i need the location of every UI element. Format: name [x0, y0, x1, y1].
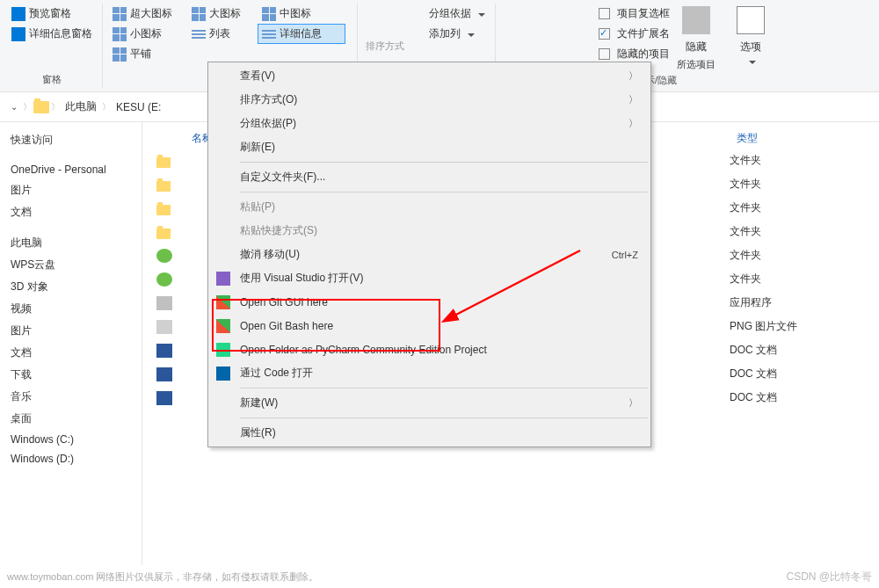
layout-list[interactable]: 列表: [187, 24, 258, 44]
add-columns-button[interactable]: 添加列: [407, 24, 490, 44]
file-row[interactable]: [156, 362, 172, 386]
breadcrumb-this-pc[interactable]: 此电脑: [62, 99, 100, 114]
group-by-icon: [411, 7, 425, 21]
nav-3d-objects[interactable]: 3D 对象: [0, 276, 142, 298]
options-button[interactable]: 选项: [729, 4, 773, 68]
file-row[interactable]: [156, 315, 172, 338]
details-icon: [262, 27, 276, 41]
watermark-text: www.toymoban.com 网络图片仅供展示，非存储，如有侵权请联系删除。: [7, 570, 318, 584]
ctx-group[interactable]: 分组依据(P)〉: [210, 112, 649, 135]
ctx-properties[interactable]: 属性(R): [210, 421, 649, 445]
layout-small[interactable]: 小图标: [108, 24, 187, 44]
nav-wps-cloud[interactable]: WPS云盘: [0, 254, 142, 276]
preview-pane-icon: [11, 7, 25, 21]
visual-studio-icon: [216, 272, 230, 286]
nav-pictures[interactable]: 图片: [0, 179, 142, 201]
csdn-attribution: CSDN @比特冬哥: [786, 570, 872, 584]
type-cell: DOC 文档: [730, 362, 797, 386]
details-pane-button[interactable]: 详细信息窗格: [7, 24, 97, 44]
submenu-arrow-icon: 〉: [628, 396, 638, 410]
item-checkboxes-toggle[interactable]: 项目复选框: [594, 4, 674, 24]
breadcrumb-drive[interactable]: KESU (E:: [113, 101, 164, 113]
ctx-new[interactable]: 新建(W)〉: [210, 391, 649, 415]
folder-icon: [156, 205, 171, 215]
file-row[interactable]: [156, 196, 172, 220]
ctx-sort[interactable]: 排序方式(O)〉: [210, 88, 649, 112]
ctx-undo-move[interactable]: 撤消 移动(U)Ctrl+Z: [210, 243, 649, 266]
ctx-open-code[interactable]: 通过 Code 打开: [210, 361, 649, 385]
hide-button[interactable]: 隐藏所选项目: [674, 4, 718, 74]
nav-downloads[interactable]: 下载: [0, 364, 142, 386]
ctx-refresh[interactable]: 刷新(E): [210, 135, 649, 159]
menu-separator: [240, 162, 648, 163]
file-types-column: 文件夹 文件夹 文件夹 文件夹 文件夹 文件夹 应用程序 PNG 图片文件 DO…: [730, 149, 797, 410]
file-ext-toggle[interactable]: 文件扩展名: [594, 24, 674, 44]
ctx-git-bash[interactable]: Open Git Bash here: [210, 314, 649, 338]
layout-tiles[interactable]: 平铺: [108, 44, 187, 64]
hide-icon: [682, 6, 710, 34]
submenu-arrow-icon: 〉: [628, 117, 638, 130]
file-row[interactable]: [156, 267, 172, 291]
extra-large-icon: [113, 7, 127, 21]
details-pane-icon: [11, 27, 25, 41]
menu-separator: [240, 417, 648, 418]
nav-documents[interactable]: 文档: [0, 201, 142, 223]
nav-music[interactable]: 音乐: [0, 386, 142, 408]
file-icons-column: [156, 149, 172, 410]
pycharm-icon: [216, 343, 230, 357]
nav-pictures-2[interactable]: 图片: [0, 320, 142, 342]
file-row[interactable]: [156, 386, 172, 410]
nav-desktop[interactable]: 桌面: [0, 408, 142, 430]
git-icon: [216, 295, 230, 309]
context-menu: 查看(V)〉 排序方式(O)〉 分组依据(P)〉 刷新(E) 自定义文件夹(F)…: [207, 62, 651, 447]
file-row[interactable]: [156, 243, 172, 267]
preview-pane-button[interactable]: 预览窗格: [7, 4, 97, 24]
checkbox-checked-icon: [599, 28, 610, 40]
layout-details[interactable]: 详细信息: [258, 24, 345, 44]
column-header-type[interactable]: 类型: [730, 127, 765, 149]
ctx-paste: 粘贴(P): [210, 195, 649, 219]
nav-drive-d[interactable]: Windows (D:): [0, 449, 142, 468]
type-cell: DOC 文档: [730, 386, 797, 410]
png-icon: [156, 320, 172, 334]
doc-icon: [156, 344, 172, 358]
nav-drive-c[interactable]: Windows (C:): [0, 430, 142, 449]
file-row[interactable]: [156, 149, 172, 172]
group-by-button[interactable]: 分组依据: [407, 4, 490, 24]
ctx-pycharm[interactable]: Open Folder as PyCharm Community Edition…: [210, 338, 649, 361]
layout-extra-large[interactable]: 超大图标: [108, 4, 187, 24]
layout-large[interactable]: 大图标: [187, 4, 258, 24]
type-cell: 文件夹: [730, 220, 797, 243]
layout-medium[interactable]: 中图标: [258, 4, 328, 24]
git-icon: [216, 319, 230, 333]
type-cell: 文件夹: [730, 267, 797, 291]
file-row[interactable]: [156, 291, 172, 315]
sort-button[interactable]: 排序方式: [363, 4, 407, 55]
type-cell: PNG 图片文件: [730, 315, 797, 338]
type-cell: 文件夹: [730, 196, 797, 220]
nav-documents-2[interactable]: 文档: [0, 342, 142, 364]
submenu-arrow-icon: 〉: [628, 93, 638, 106]
file-row[interactable]: [156, 172, 172, 196]
list-icon: [192, 27, 206, 41]
ctx-customize[interactable]: 自定义文件夹(F)...: [210, 165, 649, 189]
type-cell: 文件夹: [730, 172, 797, 196]
type-cell: 文件夹: [730, 149, 797, 172]
nav-quick-access[interactable]: 快速访问: [0, 129, 142, 151]
nav-videos[interactable]: 视频: [0, 298, 142, 320]
ctx-git-gui[interactable]: Open Git GUI here: [210, 290, 649, 314]
nav-dropdown[interactable]: ⌄: [7, 102, 21, 112]
ctx-open-vs[interactable]: 使用 Visual Studio 打开(V): [210, 266, 649, 290]
file-row[interactable]: [156, 338, 172, 362]
large-icon: [192, 7, 206, 21]
file-row[interactable]: [156, 220, 172, 243]
chevron-right-icon: 〉: [51, 101, 60, 113]
nav-this-pc[interactable]: 此电脑: [0, 232, 142, 254]
checkbox-icon: [599, 48, 610, 60]
options-icon: [737, 6, 765, 34]
ribbon-group-panes: 预览窗格 详细信息窗格 窗格: [2, 4, 103, 88]
ctx-view[interactable]: 查看(V)〉: [210, 64, 649, 88]
submenu-arrow-icon: 〉: [628, 69, 638, 83]
nav-onedrive[interactable]: OneDrive - Personal: [0, 160, 142, 179]
exe-icon: [156, 296, 172, 310]
